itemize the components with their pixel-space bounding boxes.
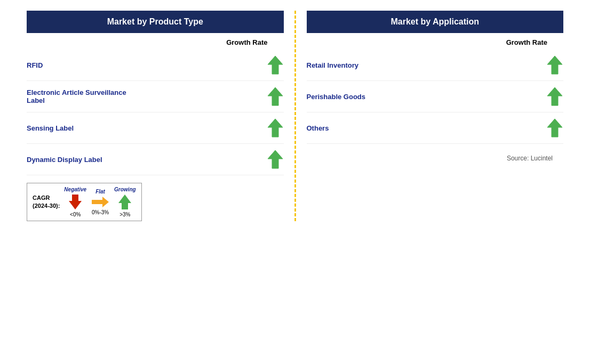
legend-growing-label: Growing [114, 187, 136, 192]
item-label-sensing: Sensing Label [27, 124, 74, 132]
legend-flat-range: 0%-3% [92, 209, 109, 215]
growth-arrow-rfid [267, 55, 284, 75]
table-row: Sensing Label [27, 112, 284, 144]
item-label-others: Others [307, 124, 329, 132]
growth-arrow-sensing [267, 118, 284, 138]
svg-marker-3 [268, 150, 283, 168]
left-panel: Market by Product Type Growth Rate RFID … [21, 11, 289, 221]
growth-arrow-retail [546, 55, 563, 75]
legend-growing-range: >3% [119, 212, 130, 217]
item-label-eas: Electronic Article Surveillance Label [27, 88, 144, 104]
svg-marker-1 [268, 87, 283, 106]
right-panel-header: Market by Application [307, 11, 564, 33]
item-label-perishable: Perishable Goods [307, 93, 366, 101]
legend-negative: Negative <0% [64, 187, 86, 217]
table-row: Others [307, 112, 564, 144]
item-label-rfid: RFID [27, 61, 43, 69]
table-row: Electronic Article Surveillance Label [27, 81, 284, 112]
source-label: Source: Lucintel [307, 155, 564, 162]
table-row: Retail Inventory [307, 50, 564, 81]
svg-marker-5 [92, 197, 109, 207]
main-container: Market by Product Type Growth Rate RFID … [0, 0, 590, 232]
left-growth-rate-label: Growth Rate [27, 38, 284, 46]
legend-cagr-label: CAGR(2024-30): [33, 194, 60, 211]
legend-negative-label: Negative [64, 187, 86, 192]
table-row: RFID [27, 50, 284, 81]
legend-flat: Flat 0%-3% [91, 189, 110, 215]
right-panel: Market by Application Growth Rate Retail… [301, 11, 569, 221]
svg-marker-6 [118, 195, 131, 209]
legend-box: CAGR(2024-30): Negative <0% Flat 0%-3% G… [27, 183, 142, 221]
svg-marker-4 [69, 195, 82, 209]
svg-marker-7 [547, 56, 562, 74]
panel-divider [294, 11, 296, 221]
legend-growing: Growing >3% [114, 187, 136, 217]
growth-arrow-dynamic [267, 149, 284, 169]
left-panel-header: Market by Product Type [27, 11, 284, 33]
svg-marker-8 [547, 87, 562, 106]
growth-arrow-eas [267, 86, 284, 107]
item-label-dynamic: Dynamic Display Label [27, 156, 102, 164]
right-growth-rate-label: Growth Rate [307, 38, 564, 46]
svg-marker-2 [268, 119, 283, 137]
growth-arrow-perishable [546, 86, 563, 107]
svg-marker-0 [268, 56, 283, 74]
svg-marker-9 [547, 119, 562, 137]
table-row: Dynamic Display Label [27, 144, 284, 175]
table-row: Perishable Goods [307, 81, 564, 112]
legend-negative-range: <0% [70, 212, 81, 217]
legend-flat-label: Flat [95, 189, 105, 195]
item-label-retail: Retail Inventory [307, 61, 359, 69]
growth-arrow-others [546, 118, 563, 138]
